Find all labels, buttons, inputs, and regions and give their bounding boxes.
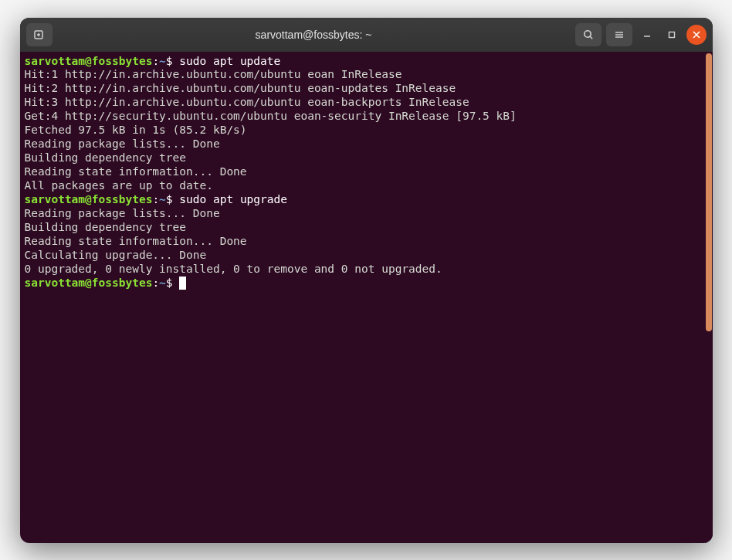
terminal-output[interactable]: sarvottam@fossbytes:~$ sudo apt updateHi…	[20, 52, 705, 543]
prompt-line: sarvottam@fossbytes:~$ sudo apt upgrade	[25, 193, 700, 207]
output-line: 0 upgraded, 0 newly installed, 0 to remo…	[25, 263, 700, 277]
minimize-button[interactable]	[637, 25, 657, 45]
titlebar-right	[575, 23, 707, 46]
prompt-colon: :	[152, 277, 159, 289]
output-line: Building dependency tree	[25, 221, 700, 235]
command-text: sudo apt upgrade	[179, 193, 287, 205]
prompt-line: sarvottam@fossbytes:~$	[25, 277, 700, 290]
scrollbar[interactable]	[705, 52, 713, 543]
prompt-colon: :	[152, 193, 159, 205]
output-line: Reading package lists... Done	[25, 137, 700, 151]
window-title: sarvottam@fossbytes: ~	[59, 29, 569, 41]
search-button[interactable]	[575, 23, 602, 46]
output-line: Reading state information... Done	[25, 165, 700, 179]
output-line: Reading state information... Done	[25, 235, 700, 249]
scrollbar-thumb[interactable]	[706, 53, 712, 331]
output-line: All packages are up to date.	[25, 179, 700, 193]
output-line: Calculating upgrade... Done	[25, 249, 700, 263]
prompt-path: ~	[159, 277, 166, 289]
svg-rect-2	[669, 32, 674, 37]
prompt-dollar: $	[166, 193, 179, 205]
titlebar: sarvottam@fossbytes: ~	[20, 18, 713, 52]
prompt-userhost: sarvottam@fossbytes	[25, 277, 153, 289]
prompt-dollar: $	[166, 55, 179, 67]
output-line: Get:4 http://security.ubuntu.com/ubuntu …	[25, 110, 700, 124]
menu-button[interactable]	[606, 23, 632, 46]
output-line: Hit:3 http://in.archive.ubuntu.com/ubunt…	[25, 96, 700, 110]
new-tab-button[interactable]	[26, 23, 53, 46]
titlebar-left	[26, 23, 53, 46]
command-text: sudo apt update	[179, 55, 280, 67]
terminal-window: sarvottam@fossbytes: ~	[20, 18, 713, 543]
prompt-line: sarvottam@fossbytes:~$ sudo apt update	[25, 55, 700, 69]
close-button[interactable]	[686, 25, 707, 45]
cursor	[179, 277, 186, 290]
output-line: Hit:1 http://in.archive.ubuntu.com/ubunt…	[25, 68, 700, 82]
prompt-dollar: $	[166, 277, 179, 289]
output-line: Hit:2 http://in.archive.ubuntu.com/ubunt…	[25, 82, 700, 96]
output-line: Building dependency tree	[25, 151, 700, 165]
prompt-path: ~	[159, 55, 166, 67]
prompt-userhost: sarvottam@fossbytes	[25, 193, 153, 205]
prompt-userhost: sarvottam@fossbytes	[25, 55, 153, 67]
output-line: Reading package lists... Done	[25, 207, 700, 221]
prompt-path: ~	[159, 193, 166, 205]
prompt-colon: :	[152, 55, 159, 67]
svg-point-1	[584, 30, 590, 36]
maximize-button[interactable]	[662, 25, 682, 45]
terminal-area: sarvottam@fossbytes:~$ sudo apt updateHi…	[20, 52, 713, 543]
output-line: Fetched 97.5 kB in 1s (85.2 kB/s)	[25, 124, 700, 137]
